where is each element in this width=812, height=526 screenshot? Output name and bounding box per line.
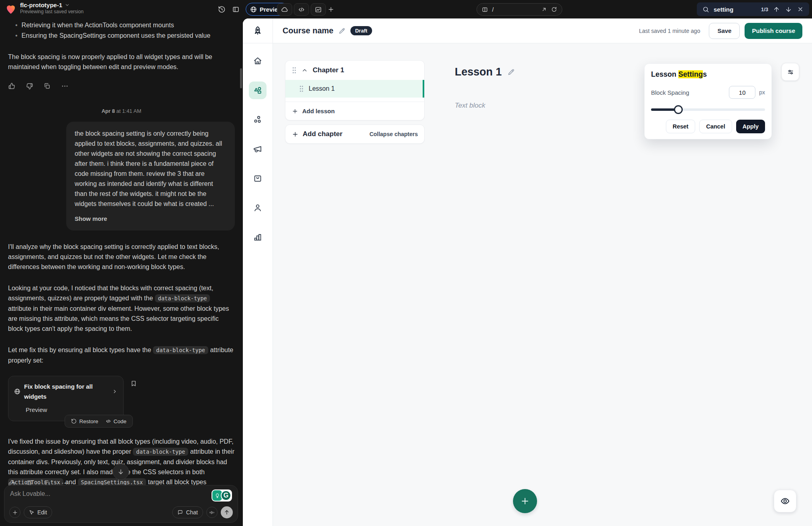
chapter-header[interactable]: Chapter 1 bbox=[285, 61, 424, 80]
grammarly-badge[interactable]: G bbox=[212, 489, 232, 502]
add-tab-button[interactable] bbox=[326, 4, 336, 14]
thumbs-up-icon[interactable] bbox=[8, 82, 16, 90]
chevron-up-icon[interactable] bbox=[301, 67, 308, 73]
code-icon bbox=[298, 6, 305, 13]
slider-thumb[interactable] bbox=[674, 105, 683, 114]
cloud-button[interactable] bbox=[277, 3, 292, 16]
unit-label: px bbox=[759, 89, 765, 96]
chat-input[interactable] bbox=[10, 490, 165, 497]
restore-button[interactable]: Restore bbox=[67, 416, 102, 426]
preview-toggle-button[interactable] bbox=[774, 490, 796, 512]
block-spacing-row: Block Spacing px bbox=[651, 86, 765, 99]
analytics-button[interactable] bbox=[311, 3, 326, 16]
lesson-settings-popover: Lesson Settings Block Spacing px Reset C… bbox=[644, 63, 772, 139]
show-more-link[interactable]: Show more bbox=[75, 214, 226, 224]
attach-button[interactable] bbox=[9, 507, 20, 518]
bar-chart-icon bbox=[253, 232, 263, 242]
copy-icon[interactable] bbox=[43, 82, 51, 90]
bookmark-icon[interactable] bbox=[130, 380, 138, 388]
save-button[interactable]: Save bbox=[709, 23, 740, 39]
next-match-icon[interactable] bbox=[784, 5, 792, 13]
project-menu[interactable]: flc-prototype-1 Previewing last saved ve… bbox=[20, 2, 83, 14]
search-match-counter: 1/3 bbox=[761, 6, 768, 12]
drag-handle-icon[interactable] bbox=[299, 85, 304, 92]
course-name: Course name bbox=[283, 26, 334, 35]
cancel-button[interactable]: Cancel bbox=[699, 120, 732, 133]
chat-scrollbar[interactable] bbox=[240, 68, 242, 88]
settings-buttons: Reset Cancel Apply bbox=[651, 120, 765, 133]
rocket-icon[interactable] bbox=[243, 18, 273, 43]
panel-toggle-icon[interactable] bbox=[231, 5, 240, 14]
eye-icon bbox=[780, 496, 790, 506]
sidebar-item-marketing[interactable] bbox=[249, 140, 267, 158]
timestamp-date: Apr 8 bbox=[102, 108, 115, 114]
reset-button[interactable]: Reset bbox=[666, 120, 696, 133]
code-view-button[interactable] bbox=[294, 3, 309, 16]
history-icon[interactable] bbox=[217, 5, 226, 14]
block-spacing-slider[interactable] bbox=[651, 105, 765, 114]
project-subtitle: Previewing last saved version bbox=[20, 9, 83, 14]
message-actions bbox=[8, 82, 235, 90]
apply-button[interactable]: Apply bbox=[736, 120, 765, 133]
bullet-icon: • bbox=[15, 31, 18, 41]
timestamp-time: at 1:41 AM bbox=[116, 108, 141, 114]
open-external-icon[interactable] bbox=[541, 6, 547, 12]
chevron-right-icon bbox=[112, 389, 118, 394]
inline-code-chip: data-block-type bbox=[155, 294, 210, 302]
code-button[interactable]: Code bbox=[102, 416, 130, 426]
code-edit-card[interactable]: Fix block spacing for all widgets Previe… bbox=[8, 376, 124, 421]
add-lesson-button[interactable]: Add lesson bbox=[285, 102, 424, 120]
sidebar-item-profile[interactable] bbox=[249, 199, 267, 216]
chat-composer[interactable]: G Edit Chat bbox=[4, 485, 238, 523]
home-icon bbox=[253, 56, 263, 66]
course-canvas: Chapter 1 Lesson 1 Add lesson Add chapte… bbox=[273, 43, 812, 526]
text-block-placeholder[interactable]: Text block bbox=[455, 102, 485, 110]
scroll-to-bottom-button[interactable] bbox=[113, 464, 129, 480]
sidebar-item-community[interactable] bbox=[249, 111, 267, 128]
add-block-fab[interactable] bbox=[513, 489, 537, 513]
lovable-logo-icon bbox=[5, 3, 17, 15]
search-query[interactable]: setting bbox=[714, 6, 757, 13]
block-spacing-label: Block Spacing bbox=[651, 89, 729, 96]
select-edit-icon bbox=[29, 510, 35, 515]
chat-bubble-icon bbox=[177, 510, 183, 515]
voice-input-button[interactable] bbox=[206, 507, 218, 518]
plus-icon bbox=[520, 496, 530, 506]
block-spacing-input[interactable] bbox=[729, 86, 755, 99]
publish-course-button[interactable]: Publish course bbox=[745, 23, 802, 39]
find-bar[interactable]: setting 1/3 bbox=[697, 2, 809, 16]
drag-handle-icon[interactable] bbox=[292, 67, 297, 74]
megaphone-icon bbox=[253, 144, 263, 154]
sidebar-item-store[interactable] bbox=[249, 169, 267, 187]
edit-mode-button[interactable]: Edit bbox=[24, 506, 52, 518]
inline-code-chip: data-block-type bbox=[153, 346, 208, 354]
url-bar[interactable]: / bbox=[476, 3, 562, 16]
add-chapter-button[interactable]: Add chapter bbox=[292, 130, 369, 138]
lesson-list-item[interactable]: Lesson 1 bbox=[285, 80, 424, 98]
inline-code-chip: data-block-type bbox=[133, 448, 188, 456]
previous-match-icon[interactable] bbox=[772, 5, 780, 13]
user-message-bubble: the block spacing setting is only correc… bbox=[66, 122, 235, 230]
globe-icon bbox=[250, 6, 257, 13]
more-options-icon[interactable] bbox=[61, 82, 69, 90]
edit-course-name-icon[interactable] bbox=[338, 27, 346, 35]
settings-toggle-button[interactable] bbox=[781, 63, 799, 81]
last-saved-text: Last saved 1 minute ago bbox=[639, 28, 700, 34]
sidebar-item-home[interactable] bbox=[249, 52, 267, 70]
thumbs-down-icon[interactable] bbox=[26, 82, 33, 90]
url-path: / bbox=[492, 6, 537, 13]
close-search-icon[interactable] bbox=[796, 5, 804, 13]
edit-card-row: Fix block spacing for all widgets Previe… bbox=[8, 376, 235, 421]
project-name: flc-prototype-1 bbox=[20, 2, 62, 8]
paragraph-text: attribute in their main container div el… bbox=[8, 305, 229, 332]
lesson-title: Lesson 1 bbox=[455, 66, 502, 78]
edit-lesson-title-icon[interactable] bbox=[507, 68, 515, 76]
user-message-text: the block spacing setting is only correc… bbox=[75, 130, 222, 207]
sidebar-item-analytics[interactable] bbox=[249, 228, 267, 246]
chat-mode-button[interactable]: Chat bbox=[172, 506, 203, 518]
sidebar-item-content[interactable] bbox=[249, 82, 267, 99]
refresh-icon[interactable] bbox=[551, 6, 557, 12]
send-button[interactable] bbox=[221, 506, 233, 518]
collapse-chapters-button[interactable]: Collapse chapters bbox=[369, 131, 418, 137]
assistant-paragraph: Let me fix this by ensuring all block ty… bbox=[8, 345, 235, 365]
